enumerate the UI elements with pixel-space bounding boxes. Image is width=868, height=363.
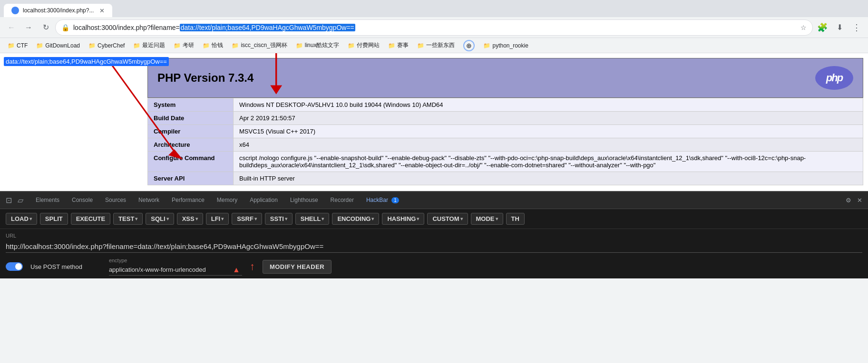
dropdown-arrow-icon: ▾ [29, 216, 32, 221]
bookmark-study[interactable]: 📁 考研 [170, 40, 198, 51]
php-table-row: SystemWindows NT DESKTOP-AV5LHV1 10.0 bu… [148, 98, 863, 112]
php-header: PHP Version 7.3.4 php [147, 58, 863, 98]
active-tab[interactable]: localhost:3000/index.php?... ✕ [4, 4, 112, 17]
reload-button[interactable]: ↻ [38, 20, 53, 35]
folder-icon: 📁 [417, 42, 424, 49]
hackbar-btn-shell[interactable]: SHELL ▾ [295, 213, 330, 225]
extensions-button[interactable]: 🧩 [815, 20, 830, 35]
url-highlight-box: data://text/plain;base64,PD9waHAgcGhwaW5… [4, 57, 169, 66]
bookmark-label: python_rookie [492, 42, 528, 49]
php-value: MSVC15 (Visual C++ 2017) [234, 125, 863, 138]
bookmark-label: 考研 [183, 41, 194, 49]
hackbar-btn-execute[interactable]: EXECUTE [71, 213, 110, 225]
tab-network[interactable]: Network [133, 194, 165, 207]
bookmark-ctf[interactable]: 📁 CTF [4, 41, 31, 50]
inspect-icon[interactable]: ⊡ [4, 194, 14, 207]
folder-icon: 📁 [174, 42, 181, 49]
hackbar-url-input[interactable] [6, 240, 862, 253]
dropdown-arrow-icon: ▾ [221, 216, 224, 221]
hackbar-btn-hashing[interactable]: HASHING ▾ [382, 213, 424, 225]
bookmark-cyberchef[interactable]: 📁 CyberChef [85, 41, 128, 50]
bookmark-contest[interactable]: 📁 赛事 [384, 40, 412, 51]
address-bar[interactable]: 🔒 localhost:3000/index.php?filename=data… [55, 19, 813, 36]
bookmark-label: iscc_ciscn_强网杯 [241, 41, 287, 49]
download-button[interactable]: ⬇ [832, 20, 847, 35]
tab-elements[interactable]: Elements [30, 194, 65, 207]
red-arrow-up-icon: ↑ [250, 260, 255, 273]
device-icon[interactable]: ▱ [16, 194, 25, 207]
menu-button[interactable]: ⋮ [849, 20, 864, 35]
php-info-table: SystemWindows NT DESKTOP-AV5LHV1 10.0 bu… [147, 98, 863, 185]
hackbar-url-area: URL [0, 229, 868, 255]
bookmark-gitdownload[interactable]: 📁 GitDownLoad [32, 41, 84, 50]
hackbar-btn-lfi[interactable]: LFI ▾ [206, 213, 229, 225]
folder-icon: 📁 [348, 42, 355, 49]
nav-bar: ← → ↻ 🔒 localhost:3000/index.php?filenam… [0, 17, 868, 38]
post-method-toggle[interactable] [6, 262, 23, 271]
star-icon[interactable]: ☆ [800, 24, 807, 31]
folder-icon: 📁 [232, 42, 239, 49]
tab-hackbar[interactable]: HackBar 1 [361, 194, 405, 207]
back-button[interactable]: ← [4, 20, 19, 35]
hackbar-btn-ssrf[interactable]: SSRF ▾ [232, 213, 262, 225]
php-content: PHP Version 7.3.4 php SystemWindows NT D… [0, 53, 868, 185]
php-version-title: PHP Version 7.3.4 [157, 71, 254, 85]
dropdown-arrow-icon: ▾ [195, 216, 198, 221]
bookmark-python[interactable]: 📁 python_rookie [479, 41, 532, 50]
php-table-row: CompilerMSVC15 (Visual C++ 2017) [148, 125, 863, 138]
bookmark-new-things[interactable]: 📁 一些新东西 [413, 40, 458, 51]
hackbar-btn-th[interactable]: TH [506, 213, 525, 225]
php-key: Build Date [148, 112, 234, 125]
bookmark-label: 一些新东西 [426, 41, 455, 49]
php-logo: php [815, 66, 853, 90]
hackbar-btn-split[interactable]: SPLIT [40, 213, 68, 225]
tab-sources[interactable]: Sources [99, 194, 132, 207]
tab-console[interactable]: Console [66, 194, 98, 207]
bookmark-recent[interactable]: 📁 最近问题 [129, 40, 169, 51]
hackbar-btn-encoding[interactable]: ENCODING ▾ [332, 213, 379, 225]
hackbar-btn-custom[interactable]: CUSTOM ▾ [427, 213, 468, 225]
hackbar-btn-mode[interactable]: MODE ▾ [471, 213, 503, 225]
php-table-row: Server APIBuilt-in HTTP server [148, 172, 863, 185]
lock-icon: 🔒 [61, 24, 69, 31]
tab-memory[interactable]: Memory [211, 194, 243, 207]
bookmark-iscc[interactable]: 📁 iscc_ciscn_强网杯 [228, 40, 291, 51]
url-selected: data://text/plain;base64,PD9waHAgcGhwaW5… [180, 24, 355, 31]
bookmark-money[interactable]: 📁 恰钱 [199, 40, 227, 51]
folder-icon: 📁 [8, 42, 15, 49]
php-key: Compiler [148, 125, 234, 138]
hackbar-btn-ssti[interactable]: SSTI ▾ [265, 213, 293, 225]
bookmark-circle[interactable]: ⊕ [459, 38, 478, 53]
modify-header-button[interactable]: MODIFY HEADER [263, 260, 332, 274]
dropdown-arrow-icon: ▾ [496, 216, 498, 221]
php-table-row: Configure Commandcscript /nologo configu… [148, 152, 863, 172]
tab-application[interactable]: Application [244, 194, 283, 207]
php-value: Apr 2 2019 21:50:57 [234, 112, 863, 125]
enctype-label: enctype [109, 258, 242, 263]
tab-lighthouse[interactable]: Lighthouse [284, 194, 324, 207]
enctype-wrapper: application/x-www-form-urlencoded multip… [109, 264, 242, 276]
enctype-select[interactable]: application/x-www-form-urlencoded multip… [109, 264, 242, 276]
hackbar-btn-sqli[interactable]: SQLI ▾ [146, 213, 174, 225]
bookmark-linux[interactable]: 📁 linux酷炫文字 [292, 40, 343, 51]
hackbar-btn-load[interactable]: LOAD ▾ [6, 213, 37, 225]
forward-button[interactable]: → [21, 20, 36, 35]
devtools: ⊡ ▱ Elements Console Sources Network Per… [0, 191, 868, 278]
bookmark-paid[interactable]: 📁 付费网站 [344, 40, 383, 51]
dropdown-arrow-icon: ▾ [166, 216, 169, 221]
close-devtools-icon[interactable]: ✕ [855, 195, 864, 206]
hackbar-btn-xss[interactable]: XSS ▾ [177, 213, 203, 225]
folder-icon: 📁 [36, 42, 43, 49]
php-value: Windows NT DESKTOP-AV5LHV1 10.0 build 19… [234, 98, 863, 112]
dropdown-arrow-icon: ▾ [285, 216, 287, 221]
tab-close[interactable]: ✕ [99, 7, 105, 14]
devtools-icons: ⊡ ▱ [4, 194, 25, 207]
settings-icon[interactable]: ⚙ [844, 195, 853, 206]
tab-badge: 1 [391, 197, 399, 203]
bookmark-label: GitDownLoad [45, 42, 80, 49]
folder-icon: 📁 [88, 42, 96, 49]
post-method-label: Use POST method [30, 263, 82, 270]
tab-recorder[interactable]: Recorder [325, 194, 360, 207]
tab-performance[interactable]: Performance [166, 194, 210, 207]
hackbar-btn-test[interactable]: TEST ▾ [113, 213, 143, 225]
